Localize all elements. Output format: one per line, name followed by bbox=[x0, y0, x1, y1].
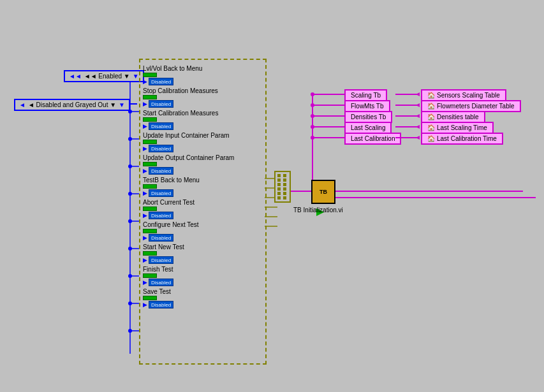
item-lvlvol-disabled[interactable]: Disabled bbox=[149, 78, 173, 85]
conn-pin bbox=[283, 192, 286, 195]
svg-point-16 bbox=[128, 219, 132, 223]
item-update-input-bar bbox=[143, 140, 157, 144]
arrow4: ▶ bbox=[143, 101, 147, 107]
conn-pin bbox=[277, 174, 281, 177]
item-update-input-disabled[interactable]: Disabled bbox=[149, 145, 173, 152]
sensors-scaling-label: Sensors Scaling Table bbox=[437, 92, 500, 99]
item-configure-disabled[interactable]: Disabled bbox=[149, 234, 173, 242]
last-scaling-time-label: Last Scaling Time bbox=[437, 124, 487, 131]
svg-point-40 bbox=[311, 92, 314, 96]
item-stop-cal: Stop Calibration Measures ▶ Disabled bbox=[143, 87, 263, 108]
arrow8: ▶ bbox=[143, 190, 147, 196]
conn-pin bbox=[277, 183, 281, 186]
svg-point-15 bbox=[128, 192, 132, 196]
svg-point-19 bbox=[128, 301, 132, 305]
item-start-cal-label: Start Calibration Measures bbox=[143, 110, 263, 117]
item-start-cal-disabled[interactable]: Disabled bbox=[149, 122, 173, 130]
item-lvlvol-bar bbox=[143, 73, 157, 77]
densities-tb-label: Densities Tb bbox=[351, 113, 386, 120]
arrow11: ▶ bbox=[143, 257, 147, 263]
arrow6: ▶ bbox=[143, 145, 147, 152]
right-val-last-calibration-time: 🏠 Last Calibration Time bbox=[421, 133, 503, 145]
item-configure-label: Configure Next Test bbox=[143, 221, 263, 228]
item-abort-disabled[interactable]: Disabled bbox=[149, 212, 173, 219]
conn-pin bbox=[283, 174, 286, 177]
svg-point-13 bbox=[128, 137, 132, 141]
right-key-last-calibration: Last Calibration bbox=[344, 133, 401, 145]
item-testb-disabled[interactable]: Disabled bbox=[149, 189, 173, 197]
arrow-icon2: ◄ bbox=[19, 101, 26, 108]
svg-marker-51 bbox=[416, 92, 420, 96]
item-update-output-disabled[interactable]: Disabled bbox=[149, 167, 173, 175]
disabled-grayed-button[interactable]: ◄ ◄ Disabled and Grayed Out ▼ ▼ bbox=[14, 99, 130, 111]
item-save-disabled[interactable]: Disabled bbox=[149, 301, 173, 309]
svg-point-17 bbox=[128, 247, 132, 250]
enabled-button[interactable]: ◄◄ ◄◄ Enabled ▼ ▼ bbox=[64, 70, 144, 82]
item-update-output-bar bbox=[143, 162, 157, 166]
home-icon-4: 🏠 bbox=[427, 124, 435, 131]
conn-pin bbox=[277, 178, 281, 182]
item-stop-cal-label: Stop Calibration Measures bbox=[143, 87, 263, 94]
conn-pin bbox=[283, 183, 286, 186]
item-stop-cal-bar bbox=[143, 95, 157, 99]
flowmts-tb-label: FlowMts Tb bbox=[351, 103, 384, 110]
arrow10: ▶ bbox=[143, 235, 147, 241]
item-finish-disabled[interactable]: Disabled bbox=[149, 279, 173, 286]
svg-point-43 bbox=[311, 125, 314, 129]
home-icon-3: 🏠 bbox=[427, 113, 435, 120]
item-configure-bar bbox=[143, 229, 157, 233]
item-save-label: Save Test bbox=[143, 288, 263, 295]
arrow3: ▶ bbox=[143, 78, 147, 85]
arrow13: ▶ bbox=[143, 301, 147, 308]
svg-point-44 bbox=[311, 136, 314, 140]
arrow9: ▶ bbox=[143, 212, 147, 219]
svg-point-14 bbox=[128, 164, 132, 168]
svg-point-42 bbox=[311, 114, 314, 118]
svg-marker-55 bbox=[416, 136, 420, 140]
item-finish: Finish Test ▶ Disabled bbox=[143, 266, 263, 286]
dropdown-icon2: ▼ bbox=[119, 101, 125, 108]
tb-sub-label: TB Initialization.vi bbox=[293, 207, 343, 214]
item-abort-label: Abort Current Test bbox=[143, 199, 263, 206]
home-icon-5: 🏠 bbox=[427, 135, 435, 142]
item-start-new-disabled[interactable]: Disabled bbox=[149, 256, 173, 264]
connector-block bbox=[274, 171, 291, 203]
flowmeters-label: Flowmeters Diameter Table bbox=[437, 103, 515, 110]
item-finish-label: Finish Test bbox=[143, 266, 263, 273]
svg-marker-53 bbox=[416, 114, 420, 118]
home-icon-1: 🏠 bbox=[427, 92, 435, 99]
arrow-icon: ◄◄ bbox=[69, 73, 82, 80]
item-testb-label: TestB Back to Menu bbox=[143, 177, 263, 184]
item-finish-bar bbox=[143, 273, 157, 278]
main-container: Lvl/Vol Back to Menu ▶ Disabled Stop Cal… bbox=[139, 59, 267, 365]
last-calibration-label: Last Calibration bbox=[351, 135, 395, 142]
densities-label: Densities table bbox=[437, 113, 479, 120]
arrow7: ▶ bbox=[143, 168, 147, 174]
item-save: Save Test ▶ Disabled bbox=[143, 288, 263, 309]
item-lvlvol: Lvl/Vol Back to Menu ▶ Disabled bbox=[143, 65, 263, 85]
disabled-grayed-label: ◄ Disabled and Grayed Out ▼ bbox=[28, 101, 116, 108]
dropdown-icon: ▼ bbox=[133, 73, 139, 80]
item-testb-bar bbox=[143, 184, 157, 189]
item-update-input: Update Input Container Param ▶ Disabled bbox=[143, 132, 263, 152]
tb-block: TB bbox=[311, 180, 335, 204]
conn-pin bbox=[277, 192, 281, 195]
arrow5: ▶ bbox=[143, 123, 147, 129]
last-scaling-label: Last Scaling bbox=[351, 124, 385, 131]
item-abort: Abort Current Test ▶ Disabled bbox=[143, 199, 263, 219]
svg-point-41 bbox=[311, 103, 314, 107]
conn-pin bbox=[283, 196, 286, 200]
svg-marker-54 bbox=[416, 125, 420, 129]
svg-point-20 bbox=[128, 329, 132, 333]
last-calibration-time-label: Last Calibration Time bbox=[437, 135, 497, 142]
item-stop-cal-disabled[interactable]: Disabled bbox=[149, 100, 173, 108]
conn-pin bbox=[277, 187, 281, 191]
item-testb: TestB Back to Menu ▶ Disabled bbox=[143, 177, 263, 197]
svg-marker-52 bbox=[416, 103, 420, 107]
tb-label: TB bbox=[320, 189, 327, 195]
scaling-tb-label: Scaling Tb bbox=[351, 92, 381, 99]
home-icon-2: 🏠 bbox=[427, 103, 435, 110]
svg-point-18 bbox=[128, 274, 132, 278]
item-configure: Configure Next Test ▶ Disabled bbox=[143, 221, 263, 242]
conn-pin bbox=[283, 187, 286, 191]
